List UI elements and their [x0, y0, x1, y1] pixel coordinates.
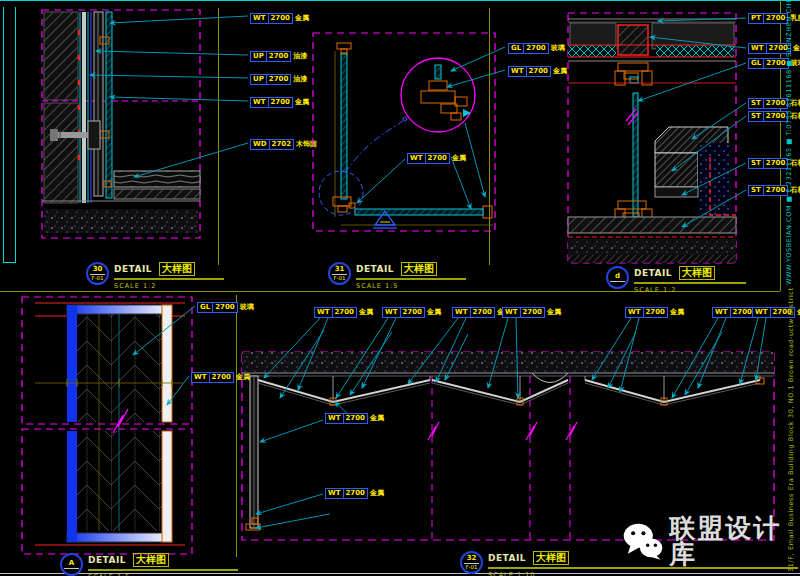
detail-title-en: DETAIL	[88, 555, 126, 565]
title-underline	[88, 569, 238, 571]
watermark: 联盟设计库	[622, 515, 800, 567]
detail-title: 30 F-01 DETAIL 大样图 SCALE 1:2	[86, 262, 224, 290]
detail-title: d DETAIL 大样图 SCALE 1:2	[606, 266, 746, 294]
cad-sheet: WT2700 金属 UP2700 油漆 UP2700 油漆 WT2700 金属 …	[0, 0, 800, 576]
detail-title-cn: 大样图	[401, 262, 437, 276]
detail-scale: SCALE 1:10	[488, 571, 798, 576]
detail-title-en: DETAIL	[488, 553, 526, 563]
detail-scale: SCALE 1:5	[88, 573, 238, 576]
detail-title-cn: 大样图	[679, 266, 715, 280]
detail-bubble: d	[606, 266, 629, 289]
detail-bubble: A	[60, 553, 83, 576]
detail-bubble: 30 F-01	[86, 262, 109, 285]
detail-title-cn: 大样图	[133, 553, 169, 567]
edge-text-right-bottom: 31/F, Email Business Era Building Block …	[788, 287, 795, 572]
detail-scale: SCALE 1:5	[356, 282, 466, 290]
detail-title-en: DETAIL	[634, 268, 672, 278]
detail-bubble: 32 F-01	[460, 551, 483, 574]
title-underline	[634, 282, 746, 284]
watermark-brand: 联盟设计库	[669, 515, 800, 567]
detail-titles: 30 F-01 DETAIL 大样图 SCALE 1:2 31 F-01	[0, 0, 800, 576]
detail-scale: SCALE 1:2	[114, 282, 224, 290]
title-underline	[114, 278, 224, 280]
detail-title: A DETAIL 大样图 SCALE 1:5	[60, 553, 238, 576]
detail-bubble: 31 F-01	[328, 262, 351, 285]
detail-title-en: DETAIL	[356, 264, 394, 274]
detail-title-cn: 大样图	[533, 551, 569, 565]
detail-title: 31 F-01 DETAIL 大样图 SCALE 1:5	[328, 262, 466, 290]
edge-text-right-top: WWW.YOSBEIAN.COM ■ E:23211165 ■ T:0755 8…	[786, 0, 793, 285]
detail-scale: SCALE 1:2	[634, 286, 746, 294]
title-underline	[356, 278, 466, 280]
detail-title-cn: 大样图	[159, 262, 195, 276]
detail-title-en: DETAIL	[114, 264, 152, 274]
wechat-icon	[622, 521, 663, 561]
